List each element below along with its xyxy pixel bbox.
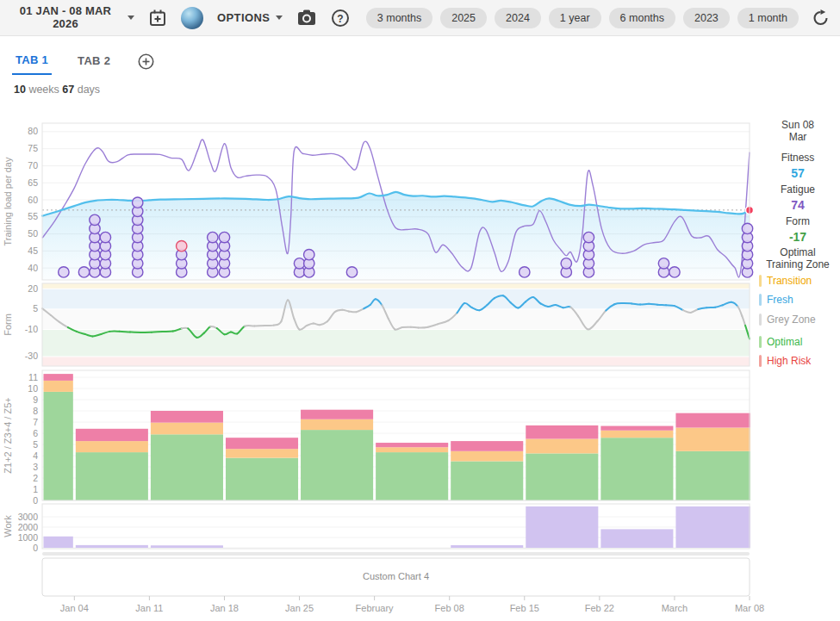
svg-text:0: 0 bbox=[33, 543, 38, 553]
svg-text:Z1+2 / Z3+4 / Z5+: Z1+2 / Z3+4 / Z5+ bbox=[3, 397, 13, 473]
load-panel: 404550556065707580Training load per day bbox=[3, 123, 754, 280]
tab-2[interactable]: TAB 2 bbox=[74, 49, 114, 74]
fatigue-value: 74 bbox=[758, 198, 837, 212]
svg-text:55: 55 bbox=[28, 211, 38, 221]
weeks-value: 10 bbox=[14, 84, 26, 96]
svg-text:Feb 22: Feb 22 bbox=[585, 603, 614, 613]
svg-text:11: 11 bbox=[28, 372, 38, 382]
svg-text:7: 7 bbox=[33, 417, 38, 427]
fresh-color-bar bbox=[759, 294, 762, 306]
svg-text:Jan 04: Jan 04 bbox=[60, 603, 89, 613]
chevron-down-icon bbox=[128, 16, 134, 20]
zones-panel: 01234567891011Z1+2 / Z3+4 / Z5+ bbox=[3, 370, 750, 506]
transition-color-bar bbox=[759, 275, 762, 287]
range-2023-button[interactable]: 2023 bbox=[683, 8, 730, 28]
svg-text:1000: 1000 bbox=[18, 532, 39, 543]
refresh-button[interactable] bbox=[812, 9, 830, 28]
range-1-year-button[interactable]: 1 year bbox=[549, 8, 601, 28]
tab-bar: TAB 1 TAB 2 bbox=[12, 48, 154, 75]
legend-fresh: Fresh bbox=[759, 294, 793, 306]
svg-text:February: February bbox=[356, 603, 395, 613]
svg-text:Training load per day: Training load per day bbox=[3, 157, 13, 245]
fitness-stat: Fitness 57 bbox=[758, 152, 837, 180]
svg-text:Custom Chart 4: Custom Chart 4 bbox=[363, 571, 429, 581]
add-tab-button[interactable] bbox=[138, 53, 154, 70]
fitness-value: 57 bbox=[758, 166, 837, 180]
fatigue-label: Fatigue bbox=[758, 184, 837, 196]
fitness-label: Fitness bbox=[758, 152, 837, 165]
svg-text:40: 40 bbox=[28, 263, 38, 273]
chart-scrollbar[interactable] bbox=[42, 552, 750, 556]
grey-zone-color-bar bbox=[759, 314, 762, 326]
help-icon: ? bbox=[331, 9, 350, 28]
range-1-month-button[interactable]: 1 month bbox=[737, 8, 799, 28]
add-calendar-button[interactable] bbox=[148, 9, 167, 28]
range-3-months-button[interactable]: 3 months bbox=[366, 8, 432, 28]
svg-text:-10: -10 bbox=[25, 324, 38, 334]
svg-text:8: 8 bbox=[33, 406, 38, 416]
charts-canvas: 404550556065707580Training load per day2… bbox=[0, 116, 840, 621]
date-range-picker[interactable]: 01 JAN - 08 MAR 2026 bbox=[10, 5, 134, 31]
current-date-label: Sun 08 Mar bbox=[758, 120, 837, 144]
svg-text:45: 45 bbox=[28, 245, 38, 256]
options-label: OPTIONS bbox=[217, 11, 270, 24]
svg-text:3: 3 bbox=[33, 462, 38, 472]
svg-text:Feb 15: Feb 15 bbox=[510, 603, 539, 613]
days-value: 67 bbox=[62, 84, 74, 96]
fatigue-stat: Fatigue 74 bbox=[758, 184, 837, 212]
svg-text:2000: 2000 bbox=[18, 522, 39, 532]
svg-text:80: 80 bbox=[28, 126, 38, 136]
chevron-down-icon bbox=[276, 16, 283, 20]
svg-text:20: 20 bbox=[28, 283, 38, 294]
svg-text:3000: 3000 bbox=[18, 512, 39, 522]
range-2025-button[interactable]: 2025 bbox=[440, 8, 487, 28]
form-stat: Form -17 bbox=[758, 216, 837, 244]
toolbar-right-group: 3 months 2025 2024 1 year 6 months 2023 … bbox=[366, 8, 830, 28]
x-axis: Jan 04Jan 11Jan 18Jan 25FebruaryFeb 08Fe… bbox=[60, 596, 764, 613]
svg-text:5: 5 bbox=[33, 439, 38, 450]
svg-text:9: 9 bbox=[33, 394, 38, 405]
svg-text:50: 50 bbox=[28, 228, 38, 239]
options-menu-button[interactable]: OPTIONS bbox=[217, 11, 283, 24]
legend-optimal: Optimal bbox=[759, 336, 802, 348]
calendar-plus-icon bbox=[148, 9, 167, 28]
toolbar-left-group: 01 JAN - 08 MAR 2026 OPTIONS bbox=[10, 5, 350, 31]
svg-text:5: 5 bbox=[33, 303, 38, 314]
form-value: -17 bbox=[758, 230, 837, 244]
camera-icon bbox=[296, 9, 317, 27]
legend-grey-zone: Grey Zone bbox=[759, 314, 816, 326]
screenshot-button[interactable] bbox=[296, 9, 317, 27]
weeks-label: weeks bbox=[28, 84, 59, 96]
svg-text:1: 1 bbox=[33, 484, 38, 494]
avatar[interactable] bbox=[181, 7, 203, 29]
svg-text:70: 70 bbox=[28, 160, 38, 171]
training-zone-label: Optimal Training Zone bbox=[758, 247, 837, 271]
legend-high-risk: High Risk bbox=[759, 355, 811, 367]
svg-text:Mar 08: Mar 08 bbox=[735, 603, 764, 613]
svg-text:Jan 18: Jan 18 bbox=[210, 603, 239, 613]
range-summary: 10 weeks 67 days bbox=[14, 84, 100, 96]
date-range-label: 01 JAN - 08 MAR 2026 bbox=[10, 5, 121, 31]
work-panel: 0100020003000Work bbox=[3, 504, 750, 553]
svg-text:March: March bbox=[662, 603, 688, 613]
range-6-months-button[interactable]: 6 months bbox=[609, 8, 675, 28]
svg-text:2: 2 bbox=[33, 473, 38, 483]
refresh-icon bbox=[812, 9, 830, 28]
svg-text:Jan 11: Jan 11 bbox=[135, 603, 163, 613]
optimal-color-bar bbox=[759, 336, 762, 348]
form-panel: 205-10-30Form bbox=[3, 283, 750, 366]
legend-transition: Transition bbox=[759, 275, 812, 287]
form-label: Form bbox=[758, 216, 837, 228]
high-risk-color-bar bbox=[759, 355, 762, 367]
help-button[interactable]: ? bbox=[331, 9, 350, 28]
custom-panel: Custom Chart 4 bbox=[42, 558, 750, 596]
svg-text:Jan 25: Jan 25 bbox=[285, 603, 314, 613]
svg-text:-30: -30 bbox=[25, 351, 38, 361]
range-2024-button[interactable]: 2024 bbox=[495, 8, 541, 28]
svg-text:75: 75 bbox=[28, 143, 38, 153]
add-circle-icon bbox=[138, 53, 154, 70]
svg-text:Form: Form bbox=[3, 314, 13, 336]
svg-text:Work: Work bbox=[3, 515, 13, 537]
svg-text:10: 10 bbox=[28, 383, 38, 394]
tab-1[interactable]: TAB 1 bbox=[12, 48, 52, 75]
